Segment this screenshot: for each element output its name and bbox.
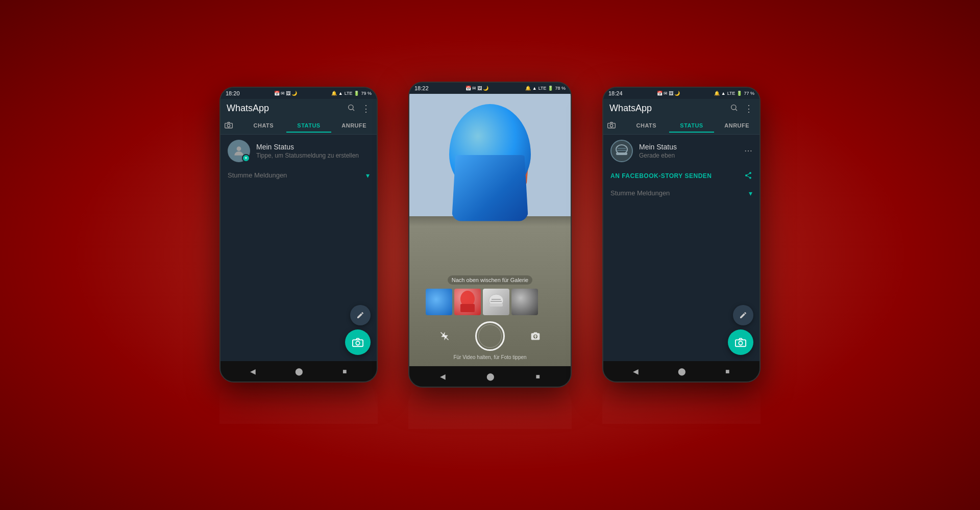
nav-recents-right[interactable]: ■ — [725, 367, 729, 375]
more-icon-left[interactable]: ⋮ — [361, 103, 371, 114]
status-icons-right-left: 📅 ✉ 🖼 🌙 — [657, 91, 680, 96]
nav-recents-middle[interactable]: ■ — [535, 372, 540, 380]
more-icon-right[interactable]: ⋮ — [744, 103, 753, 114]
search-icon-left[interactable] — [347, 104, 355, 114]
reflection-right — [602, 383, 761, 424]
status-bar-left: 18:20 📅 ✉ 🖼 🌙 🔔 ▲ LTE 🔋 79 % — [220, 88, 377, 99]
thumb-helmet[interactable] — [483, 289, 509, 315]
flash-btn[interactable] — [435, 327, 454, 345]
tab-bar-right: CHATS STATUS ANRUFE — [603, 117, 760, 135]
shutter-inner — [478, 324, 502, 348]
tab-status-right[interactable]: STATUS — [669, 118, 715, 133]
stumme-row-right[interactable]: Stumme Meldungen ▾ — [603, 185, 760, 201]
svg-point-18 — [610, 124, 612, 126]
thumb-gray[interactable] — [511, 289, 538, 315]
nav-back-middle[interactable]: ◀ — [440, 372, 446, 380]
content-left: + Mein Status Tippe, um Statusmeldung zu… — [220, 135, 377, 361]
status-bar-right: 18:24 📅 ✉ 🖼 🌙 🔔 ▲ LTE 🔋 77 % — [603, 88, 760, 99]
status-name-right: Mein Status — [639, 143, 738, 151]
reflection-middle — [408, 388, 572, 429]
stumme-label-right: Stumme Meldungen — [610, 189, 670, 197]
stumme-row-left[interactable]: Stumme Meldungen ▾ — [220, 167, 377, 184]
status-more-right[interactable]: ⋯ — [744, 146, 752, 156]
thumb-red[interactable] — [454, 289, 481, 315]
svg-rect-8 — [460, 304, 475, 312]
battery-left: 79 % — [361, 91, 372, 96]
nav-bar-left: ◀ ⬤ ■ — [220, 361, 377, 381]
fb-story-label: AN FACEBOOK-STORY SENDEN — [610, 172, 712, 180]
svg-point-3 — [227, 124, 230, 126]
status-icons-right-right: 🔔 ▲ LTE 🔋 77 % — [714, 91, 754, 96]
svg-point-0 — [349, 105, 353, 109]
svg-rect-10 — [489, 303, 503, 307]
phone-middle-wrapper: 18:22 📅 ✉ 🖼 🌙 🔔 ▲ LTE 🔋 78 % — [408, 82, 572, 429]
svg-point-4 — [237, 146, 241, 151]
status-icons-right: 🔔 ▲ LTE 🔋 79 % — [331, 91, 372, 96]
tab-anrufe-left[interactable]: ANRUFE — [331, 118, 377, 133]
cam-hint: Für Video halten, für Foto tippen — [409, 354, 571, 360]
camera-controls — [409, 321, 571, 351]
swipe-hint-container: Nach oben wischen für Galerie — [409, 275, 571, 285]
svg-line-1 — [353, 109, 354, 111]
reflection-left — [219, 383, 378, 424]
tab-chats-left[interactable]: CHATS — [241, 118, 286, 133]
my-status-item-right[interactable]: Mein Status Gerade eben ⋯ — [603, 135, 760, 167]
header-icons-left: ⋮ — [347, 103, 371, 114]
status-info-left: Mein Status Tippe, um Statusmeldung zu e… — [256, 143, 370, 159]
stumme-arrow-right: ▾ — [749, 189, 752, 197]
time-middle: 18:22 — [414, 85, 429, 91]
tab-status-left[interactable]: STATUS — [286, 118, 332, 133]
my-status-item-left[interactable]: + Mein Status Tippe, um Statusmeldung zu… — [220, 135, 377, 167]
thumb-blue[interactable] — [426, 289, 452, 315]
svg-point-24 — [739, 341, 742, 345]
status-icons-left: 📅 ✉ 🖼 🌙 — [274, 91, 297, 96]
tab-anrufe-right[interactable]: ANRUFE — [714, 118, 760, 133]
nav-home-middle[interactable]: ⬤ — [486, 372, 495, 380]
thumb-strip — [409, 289, 571, 315]
tab-chats-right[interactable]: CHATS — [624, 118, 669, 133]
app-title-right: WhatsApp — [609, 103, 652, 114]
nav-home-right[interactable]: ⬤ — [678, 367, 686, 375]
search-icon-right[interactable] — [730, 104, 738, 114]
shutter-btn[interactable] — [475, 321, 505, 351]
nav-bar-middle: ◀ ⬤ ■ — [409, 366, 571, 387]
header-icons-right: ⋮ — [730, 103, 753, 114]
avatar-right — [610, 140, 633, 162]
swipe-hint: Nach oben wischen für Galerie — [448, 275, 532, 285]
fb-share-icon — [744, 171, 752, 181]
status-info-right: Mein Status Gerade eben — [639, 143, 738, 159]
camera-fab-left[interactable] — [345, 329, 371, 355]
camera-fab-right[interactable] — [728, 329, 753, 355]
status-icons-middle-left: 📅 ✉ 🖼 🌙 — [465, 86, 488, 91]
avatar-left: + — [228, 140, 250, 162]
fab-area-right — [728, 305, 753, 355]
status-name-left: Mein Status — [256, 143, 370, 151]
camera-view: Nach oben wischen für Galerie — [409, 94, 571, 366]
nav-recents-left[interactable]: ■ — [342, 367, 347, 375]
app-title-left: WhatsApp — [227, 103, 269, 114]
tab-camera-right[interactable] — [603, 117, 624, 134]
phone-right-wrapper: 18:24 📅 ✉ 🖼 🌙 🔔 ▲ LTE 🔋 77 % WhatsApp — [602, 87, 761, 424]
pencil-fab-right[interactable] — [733, 305, 753, 325]
fb-story-row[interactable]: AN FACEBOOK-STORY SENDEN — [603, 167, 760, 185]
time-right: 18:24 — [608, 90, 623, 96]
tab-bar-left: CHATS STATUS ANRUFE — [220, 117, 377, 135]
stool — [444, 104, 536, 247]
stool-body — [452, 155, 528, 221]
phone-left: 18:20 📅 ✉ 🖼 🌙 🔔 ▲ LTE 🔋 79 % WhatsApp — [219, 87, 378, 382]
add-badge-left: + — [242, 154, 250, 162]
flip-camera-btn[interactable] — [526, 327, 545, 345]
tab-camera-left[interactable] — [220, 117, 241, 134]
phone-middle: 18:22 📅 ✉ 🖼 🌙 🔔 ▲ LTE 🔋 78 % — [408, 82, 572, 388]
svg-rect-20 — [616, 152, 627, 155]
nav-back-left[interactable]: ◀ — [250, 367, 256, 375]
pencil-fab-left[interactable] — [350, 305, 371, 325]
app-header-left: WhatsApp ⋮ — [220, 99, 377, 117]
nav-back-right[interactable]: ◀ — [633, 367, 639, 375]
battery-right: 77 % — [744, 91, 754, 96]
status-sub-left: Tippe, um Statusmeldung zu erstellen — [256, 152, 370, 159]
content-right: Mein Status Gerade eben ⋯ AN FACEBOOK-ST… — [603, 135, 760, 361]
stumme-label-left: Stumme Meldungen — [228, 171, 287, 179]
status-icons-middle-right: 🔔 ▲ LTE 🔋 78 % — [525, 86, 566, 91]
nav-home-left[interactable]: ⬤ — [295, 367, 303, 375]
